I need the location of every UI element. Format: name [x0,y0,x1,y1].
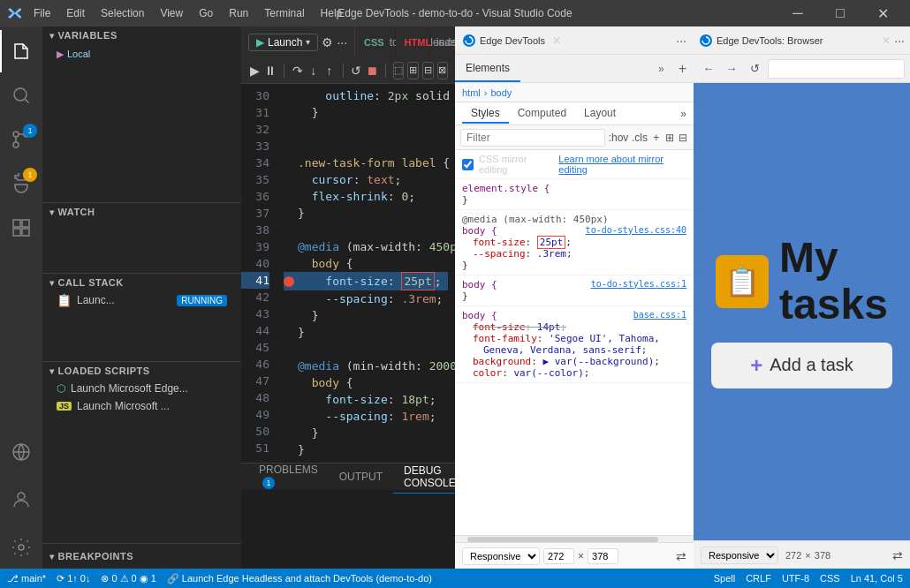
encoding[interactable]: UTF-8 [782,573,809,584]
menu-file[interactable]: File [27,5,57,21]
css-mirror-checkbox[interactable] [462,159,474,170]
dt-tab-elements[interactable]: Elements [455,55,520,82]
activity-debug[interactable]: 1 [0,162,42,205]
color-format-btn[interactable]: ⊟ [679,128,688,147]
browser-forward[interactable]: → [722,59,741,79]
dt-subtab-layout[interactable]: Layout [575,104,625,124]
css-mirror-link[interactable]: Learn more about mirror editing [558,154,686,175]
script-item-1[interactable]: JS Launch Microsoft ... [42,397,241,415]
title-left: File Edit Selection View Go Run Terminal… [7,5,349,21]
more-button[interactable]: ··· [337,35,347,49]
browser-rotate[interactable]: ⇄ [892,548,903,562]
code-editor[interactable]: 30 31 32 33 34 35 36 37 38 39 40 41 42 4… [241,84,455,463]
browser-responsive-select[interactable]: Responsive [701,547,778,564]
style-link-body2[interactable]: base.css:1 [633,310,686,321]
tab-css[interactable]: CSS to-do-styles.css ··· [355,26,396,57]
svg-point-9 [18,493,25,500]
callstack-item[interactable]: 📋 Launc... RUNNING [42,291,241,309]
activity-browser[interactable] [0,431,42,473]
cls-btn[interactable]: .cls [632,128,648,147]
activity-search[interactable] [0,74,42,117]
dt-header-more[interactable]: » [651,55,671,82]
menu-selection[interactable]: Selection [94,5,151,21]
restart-button[interactable]: ↺ [350,60,362,81]
panel-tab-problems[interactable]: PROBLEMS 1 [248,460,329,494]
code-line-44: } [284,324,448,341]
menu-view[interactable]: View [153,5,190,21]
style-filter[interactable] [460,129,605,147]
step-over-button[interactable]: ↷ [292,60,304,81]
breadcrumb-html[interactable]: html [462,87,481,98]
watch-header[interactable]: ▾ WATCH [42,203,241,221]
activity-git[interactable]: 1 [0,118,42,161]
script-item-0[interactable]: ⬡ Launch Microsoft Edge... [42,380,241,397]
step-into-button[interactable]: ↓ [307,60,320,81]
dt-subtab-more[interactable]: » [680,108,686,120]
minimize-button[interactable]: ─ [777,0,818,26]
launch-button[interactable]: ▶ Launch ▾ [248,34,318,51]
activity-explorer[interactable] [0,30,42,72]
debug-sep-1 [284,64,284,78]
width-input[interactable] [543,548,574,564]
menu-run[interactable]: Run [222,5,255,21]
launch-dropdown[interactable]: ▾ [306,37,310,47]
menu-edit[interactable]: Edit [59,5,92,21]
code-line-49: --spacing: 1rem; [284,408,448,425]
browser-back[interactable]: ← [699,59,718,79]
activity-account[interactable] [0,479,42,521]
tab-html[interactable]: HTML index.htm ··· [396,26,431,57]
dt-subtab-styles[interactable]: Styles [462,104,509,124]
menu-go[interactable]: Go [192,5,220,21]
style-link-media[interactable]: to-do-styles.css:40 [586,225,686,237]
continue-button[interactable]: ▶ [248,60,261,81]
line-ending[interactable]: CRLF [746,573,771,584]
scripts-header[interactable]: ▾ LOADED SCRIPTS [42,362,241,380]
dt-subtab-computed[interactable]: Computed [509,104,575,124]
panel-tab-debug[interactable]: DEBUG CONSOLE [393,461,455,494]
tabs-more[interactable]: ··· [430,35,455,49]
line-col[interactable]: Ln 41, Col 5 [851,573,903,584]
devtools-btn-4[interactable]: ⊠ [437,62,449,79]
pseudo-btn[interactable]: :hov [609,128,628,147]
error-status[interactable]: ⊗ 0 ⚠ 0 ◉ 1 [101,573,155,584]
menu-terminal[interactable]: Terminal [257,5,311,21]
devtools-btn-1[interactable]: ⬚ [393,62,405,79]
browser-address-bar[interactable]: file:///C:/Users/ /Doc [768,59,905,79]
panel-tab-output[interactable]: OUTPUT [329,467,393,487]
variables-header[interactable]: ▾ VARIABLES [42,26,241,44]
callstack-section: ▾ CALL STACK 📋 Launc... RUNNING [42,274,241,362]
pause-button[interactable]: ⏸ [264,60,277,81]
style-link-body1[interactable]: to-do-styles.css:1 [591,279,686,290]
devtools-btn-3[interactable]: ⊟ [422,62,434,79]
debug-session[interactable]: 🔗 Launch Edge Headless and attach DevToo… [167,573,432,584]
devtools-btn-2[interactable]: ⊞ [407,62,419,79]
spell-check[interactable]: Spell [714,573,735,584]
svg-rect-5 [22,220,29,227]
browser-refresh[interactable]: ↺ [745,59,764,79]
stop-button[interactable]: ⏹ [366,60,378,81]
devtools-more[interactable]: ··· [676,34,686,48]
add-style-btn[interactable]: + [651,128,661,147]
language-mode[interactable]: CSS [820,573,840,584]
settings-button[interactable]: ⚙ [322,35,333,49]
devtools-scroll[interactable] [455,535,694,542]
maximize-button[interactable]: □ [820,0,861,26]
add-task-button[interactable]: + Add a task [711,343,892,388]
browser-close[interactable]: ✕ [882,34,891,47]
git-branch[interactable]: ⎇ main* [7,573,46,584]
activity-settings[interactable] [0,526,42,569]
browser-more-btn[interactable]: ··· [894,34,905,48]
callstack-header[interactable]: ▾ CALL STACK [42,274,241,291]
sync-status[interactable]: ⟳ 1↑ 0↓ [57,573,90,584]
step-out-button[interactable]: ↑ [323,60,336,81]
activity-extensions[interactable] [0,207,42,249]
responsive-select[interactable]: Responsive [462,547,540,565]
height-input[interactable] [588,548,618,564]
toggle-sidebar-btn[interactable]: ⊞ [664,128,674,147]
breadcrumb-body[interactable]: body [490,87,512,98]
breakpoints-header[interactable]: ▾ BREAKPOINTS [42,547,241,565]
rotate-btn[interactable]: ⇄ [676,549,686,563]
dt-header-new[interactable]: + [671,55,694,82]
close-button[interactable]: ✕ [862,0,903,26]
devtools-close[interactable]: ✕ [552,34,561,47]
